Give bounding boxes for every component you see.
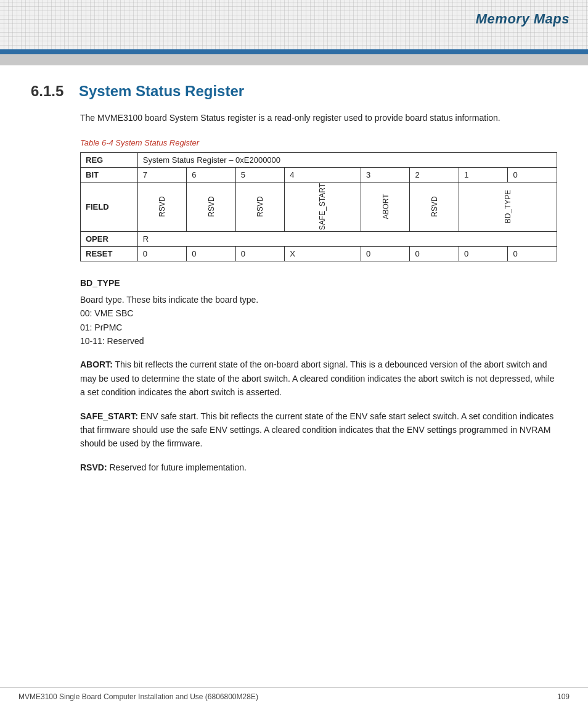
blue-bar — [0, 49, 588, 54]
desc-bd-type-body: Board type. These bits indicate the boar… — [80, 293, 557, 348]
bit-1: 1 — [459, 168, 508, 183]
page-wrapper: Memory Maps 6.1.5 System Status Register… — [0, 0, 588, 706]
desc-bd-type-line4: 10-11: Reserved — [80, 334, 557, 348]
bit-4: 4 — [285, 168, 361, 183]
field-6: RSVD — [187, 183, 236, 232]
reset-1: 0 — [459, 247, 508, 261]
content-area: 6.1.5 System Status Register The MVME310… — [0, 65, 588, 532]
field-1-0: BD_TYPE — [459, 183, 557, 232]
field-label: FIELD — [81, 183, 138, 232]
desc-abort-term: ABORT: — [80, 359, 113, 369]
register-table: REG System Status Register – 0xE2000000 … — [80, 152, 557, 261]
bit-2: 2 — [410, 168, 459, 183]
desc-bd-type-line3: 01: PrPMC — [80, 321, 557, 334]
reset-2: 0 — [410, 247, 459, 261]
gray-bar — [0, 54, 588, 65]
desc-safe-start-term: SAFE_START: — [80, 411, 138, 421]
bit-label: BIT — [81, 168, 138, 183]
field-5: RSVD — [235, 183, 285, 232]
bit-3: 3 — [361, 168, 410, 183]
table-caption: Table 6-4 System Status Register — [80, 138, 557, 147]
bit-5: 5 — [235, 168, 285, 183]
desc-rsvd: RSVD: Reserved for future implementation… — [80, 461, 557, 474]
reset-label: RESET — [81, 247, 138, 261]
field-3: ABORT — [361, 183, 410, 232]
footer: MVME3100 Single Board Computer Installat… — [0, 687, 588, 706]
table-row-oper: OPER R — [81, 232, 557, 247]
header-pattern: Memory Maps — [0, 0, 588, 49]
desc-safe-start: SAFE_START: ENV safe start. This bit ref… — [80, 409, 557, 451]
reset-6: 0 — [187, 247, 236, 261]
field-7: RSVD — [137, 183, 187, 232]
section-description: The MVME3100 board System Status registe… — [80, 111, 557, 125]
reset-5: 0 — [235, 247, 285, 261]
table-row-reset: RESET 0 0 0 X 0 0 0 0 — [81, 247, 557, 261]
section-heading: 6.1.5 System Status Register — [31, 83, 557, 100]
section-title: System Status Register — [79, 83, 244, 100]
reset-0: 0 — [508, 247, 557, 261]
register-table-wrap: REG System Status Register – 0xE2000000 … — [80, 152, 557, 261]
table-row-bit: BIT 7 6 5 4 3 2 1 0 — [81, 168, 557, 183]
header-title: Memory Maps — [476, 11, 570, 27]
desc-rsvd-term: RSVD: — [80, 462, 107, 472]
reg-label: REG — [81, 153, 138, 168]
field-2: RSVD — [410, 183, 459, 232]
desc-rsvd-text: RSVD: Reserved for future implementation… — [80, 461, 557, 474]
table-row-reg: REG System Status Register – 0xE2000000 — [81, 153, 557, 168]
oper-label: OPER — [81, 232, 138, 247]
bit-0: 0 — [508, 168, 557, 183]
reg-value: System Status Register – 0xE2000000 — [137, 153, 557, 168]
reset-4: X — [285, 247, 361, 261]
reset-7: 0 — [137, 247, 187, 261]
footer-left: MVME3100 Single Board Computer Installat… — [18, 692, 258, 701]
descriptions: BD_TYPE Board type. These bits indicate … — [80, 276, 557, 474]
table-row-field: FIELD RSVD RSVD RSVD SAFE_START ABORT RS… — [81, 183, 557, 232]
desc-bd-type-line2: 00: VME SBC — [80, 306, 557, 320]
main-content: 6.1.5 System Status Register The MVME310… — [0, 65, 588, 501]
desc-abort: ABORT: This bit reflects the current sta… — [80, 358, 557, 399]
oper-value: R — [137, 232, 557, 247]
desc-bd-type-line1: Board type. These bits indicate the boar… — [80, 293, 557, 306]
bit-6: 6 — [187, 168, 236, 183]
reset-3: 0 — [361, 247, 410, 261]
bit-7: 7 — [137, 168, 187, 183]
section-number: 6.1.5 — [31, 83, 68, 100]
desc-safe-start-text: SAFE_START: ENV safe start. This bit ref… — [80, 409, 557, 451]
desc-bd-type: BD_TYPE Board type. These bits indicate … — [80, 276, 557, 348]
desc-abort-text: ABORT: This bit reflects the current sta… — [80, 358, 557, 399]
footer-right: 109 — [557, 692, 570, 701]
field-4: SAFE_START — [285, 183, 361, 232]
desc-bd-type-term: BD_TYPE — [80, 276, 557, 290]
